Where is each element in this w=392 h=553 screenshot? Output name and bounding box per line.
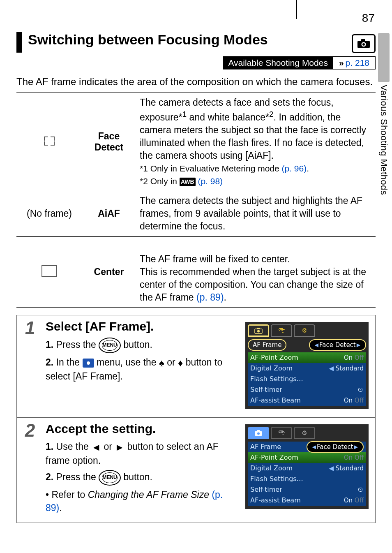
lcd-tab-camera-icon [248, 427, 269, 439]
svg-point-3 [362, 43, 365, 46]
mode-icon-cell [16, 93, 82, 191]
intro-text: The AF frame indicates the area of the c… [16, 75, 376, 88]
table-row: Face Detect The camera detects a face an… [16, 93, 376, 191]
step-number: 2 [17, 418, 43, 523]
right-arrow-icon: ► [115, 442, 125, 453]
steps-table: 1 Select [AF Frame]. 1. Press the MENU b… [16, 315, 376, 523]
lcd-row: AF-assist Beam On Off [248, 395, 366, 406]
timer-icon: ⏲ [357, 486, 364, 493]
mode-name: Center [82, 236, 136, 307]
svg-rect-1 [361, 39, 365, 42]
side-tab-label: Various Shooting Methods [378, 85, 389, 195]
lcd-tab-tools-icon: ᎁ [271, 427, 292, 439]
menu-button-icon: MENU [99, 338, 121, 353]
step-title: Select [AF Frame]. [46, 319, 240, 333]
step-item: 2. Press the MENU button. [46, 470, 240, 486]
available-modes-label: Available Shooting Modes [223, 56, 332, 69]
svg-rect-6 [257, 328, 260, 329]
available-modes-link[interactable]: »p. 218 [333, 56, 376, 69]
lcd-row: Flash Settings… [248, 374, 366, 384]
lcd-row: AF-Point Zoom On Off [248, 452, 366, 463]
svg-point-5 [257, 330, 260, 332]
center-frame-icon [42, 265, 57, 277]
lcd-row: AF Frame ◀Face Detect▶ [248, 442, 366, 452]
mode-name: Face Detect [82, 93, 136, 191]
step-item: 2. In the menu, use the ♠ or ♦ button to… [46, 356, 240, 383]
lcd-row: Digital Zoom ◀ Standard [248, 463, 366, 474]
lcd-row: AF-Point Zoom On Off [248, 352, 366, 363]
step-bullet: Refer to Changing the AF Frame Size (p. … [46, 488, 240, 514]
step-row: 2 Accept the setting. 1. Use the ◄ or ► … [17, 417, 375, 523]
up-arrow-icon: ♠ [159, 357, 164, 368]
chevron-left-icon: ◀ [329, 465, 334, 472]
side-tab: Various Shooting Methods [378, 33, 390, 195]
heading-bar [16, 32, 22, 53]
step-number: 1 [17, 315, 43, 417]
page-link[interactable]: (p. 89) [196, 292, 224, 303]
focusing-modes-table: Face Detect The camera detects a face an… [16, 93, 376, 307]
divider [296, 0, 297, 19]
lcd-tab-camera-icon [248, 324, 269, 337]
step-title: Accept the setting. [46, 422, 240, 436]
lcd-selected-key: AF Frame [248, 339, 286, 351]
mode-desc: The camera detects a face and sets the f… [136, 93, 376, 191]
step-item: 1. Use the ◄ or ► button to select an AF… [46, 440, 240, 467]
lcd-row: Flash Settings… [248, 474, 366, 484]
timer-icon: ⏲ [357, 386, 364, 393]
awb-icon: AWB [180, 178, 196, 186]
lcd-tab-settings-icon: ⚙ [294, 427, 315, 439]
table-row: (No frame) AiAF The camera detects the s… [16, 191, 376, 236]
lcd-row: AF-assist Beam On Off [248, 495, 366, 506]
camera-mode-icon [352, 34, 376, 53]
table-row: Center The AF frame will be fixed to cen… [16, 236, 376, 307]
svg-point-8 [257, 432, 260, 435]
chevron-icon: » [339, 58, 344, 67]
page-number: 87 [362, 12, 375, 25]
lcd-row: Digital Zoom ◀ Standard [248, 363, 366, 374]
lcd-selected-value: ◀Face Detect▶ [307, 441, 364, 453]
mode-desc: The camera detects the subject and highl… [136, 191, 376, 236]
menu-button-icon: MENU [99, 470, 121, 486]
camera-icon [357, 38, 371, 49]
lcd-row: Self-timer ⏲ [248, 484, 366, 495]
lcd-row: Self-timer ⏲ [248, 384, 366, 395]
page-link[interactable]: (p. 98) [196, 176, 223, 186]
mode-name: AiAF [82, 191, 136, 236]
lcd-preview: ᎁ ⚙ AF Frame ◀Face Detect▶ AF-Point Zoom… [243, 319, 371, 412]
page-link[interactable]: (p. 96) [282, 164, 307, 173]
page-title: Switching between Focusing Modes [28, 32, 346, 47]
lcd-tab-settings-icon: ⚙ [294, 324, 315, 337]
mode-icon-cell [16, 236, 82, 307]
lcd-preview: ᎁ ⚙ AF Frame ◀Face Detect▶ AF-Point Zoom… [243, 421, 371, 517]
face-detect-corners-icon [44, 137, 55, 146]
lcd-tab-tools-icon: ᎁ [271, 324, 292, 337]
step-row: 1 Select [AF Frame]. 1. Press the MENU b… [17, 315, 375, 417]
chevron-left-icon: ◀ [329, 365, 334, 372]
mode-icon-cell: (No frame) [16, 191, 82, 236]
lcd-selected-value: ◀Face Detect▶ [309, 339, 366, 351]
rec-menu-icon [83, 359, 94, 368]
mode-desc: The AF frame will be fixed to center. Th… [136, 236, 376, 307]
step-item: 1. Press the MENU button. [46, 338, 240, 353]
svg-rect-9 [257, 430, 260, 432]
down-arrow-icon: ♦ [178, 357, 183, 368]
left-arrow-icon: ◄ [91, 442, 101, 453]
